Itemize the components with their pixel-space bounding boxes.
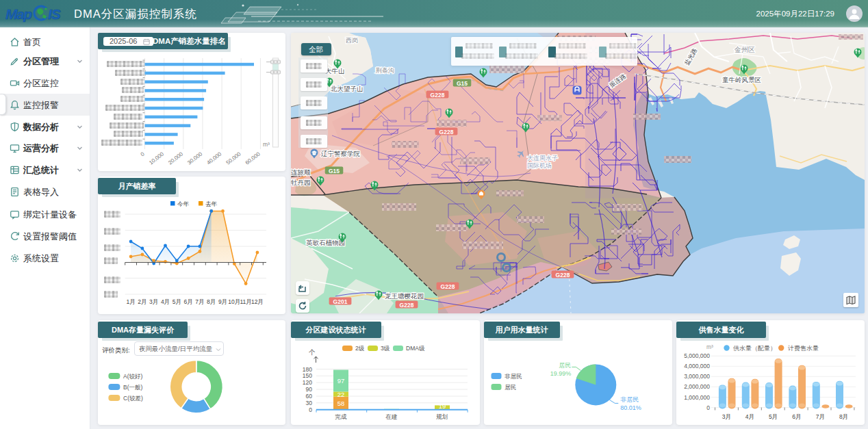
svg-text:西岗: 西岗 <box>346 37 358 44</box>
svg-text:4月: 4月 <box>745 413 754 420</box>
svg-text:4月: 4月 <box>161 298 170 305</box>
svg-text:居民: 居民 <box>559 362 571 369</box>
svg-text:m³: m³ <box>706 343 713 350</box>
svg-text:去年: 去年 <box>205 200 218 207</box>
svg-text:40,000: 40,000 <box>206 151 223 166</box>
svg-text:60,000: 60,000 <box>244 151 261 166</box>
svg-text:牡丹园: 牡丹园 <box>291 179 311 186</box>
svg-text:7月: 7月 <box>816 413 825 420</box>
svg-text:0: 0 <box>706 404 710 411</box>
svg-text:非居民: 非居民 <box>620 396 639 403</box>
svg-text:3,000,000: 3,000,000 <box>684 373 710 380</box>
svg-text:G228: G228 <box>440 283 455 290</box>
svg-text:DMA级: DMA级 <box>406 345 425 352</box>
svg-text:5月: 5月 <box>173 298 181 305</box>
svg-text:6月: 6月 <box>183 298 192 305</box>
svg-text:计费售水量: 计费售水量 <box>787 345 819 352</box>
svg-text:4,000,000: 4,000,000 <box>684 363 710 369</box>
svg-text:G228: G228 <box>430 92 444 99</box>
svg-text:3月: 3月 <box>149 298 158 305</box>
svg-text:0: 0 <box>309 406 312 413</box>
svg-text:童牛岭风景区: 童牛岭风景区 <box>722 76 761 83</box>
svg-text:1,000,000: 1,000,000 <box>684 394 710 401</box>
svg-text:50,000: 50,000 <box>225 151 242 166</box>
svg-text:1月: 1月 <box>126 298 135 305</box>
svg-text:G15: G15 <box>456 80 467 87</box>
svg-text:龙王塘樱花园: 龙王塘樱花园 <box>385 292 424 300</box>
svg-text:8月: 8月 <box>207 298 216 305</box>
svg-text:20,000: 20,000 <box>167 151 184 166</box>
svg-text:规划: 规划 <box>435 413 447 420</box>
svg-text:在建: 在建 <box>385 413 398 420</box>
svg-text:19: 19 <box>438 402 446 410</box>
svg-text:B(一般): B(一般) <box>123 384 143 391</box>
svg-text:供水量（配量）: 供水量（配量） <box>733 345 776 352</box>
svg-text:22: 22 <box>337 391 344 398</box>
svg-text:58: 58 <box>337 400 344 407</box>
svg-text:5,000,000: 5,000,000 <box>684 352 710 359</box>
svg-text:大牛山: 大牛山 <box>325 67 345 75</box>
svg-text:A(较好): A(较好) <box>123 373 143 380</box>
svg-text:3月: 3月 <box>722 413 731 420</box>
svg-text:7月: 7月 <box>195 298 204 305</box>
svg-text:2级: 2级 <box>355 345 365 352</box>
svg-text:30,000: 30,000 <box>186 151 203 166</box>
svg-text:10,000: 10,000 <box>148 151 165 166</box>
svg-text:180: 180 <box>302 366 311 373</box>
svg-text:辽宁警察学院: 辽宁警察学院 <box>320 150 361 157</box>
svg-text:荆条沟: 荆条沟 <box>376 67 394 74</box>
svg-text:150: 150 <box>302 372 311 379</box>
svg-text:60: 60 <box>305 393 312 400</box>
svg-text:8月: 8月 <box>839 413 848 420</box>
svg-text:2月: 2月 <box>138 298 146 305</box>
svg-text:今年: 今年 <box>177 200 190 207</box>
svg-text:Map: Map <box>5 6 32 22</box>
svg-text:97: 97 <box>337 377 344 385</box>
svg-text:IS: IS <box>48 6 61 22</box>
svg-text:G201: G201 <box>333 298 347 305</box>
svg-text:金州区: 金州区 <box>734 46 755 53</box>
svg-text:5月: 5月 <box>769 413 778 420</box>
svg-text:0: 0 <box>140 151 146 157</box>
svg-text:个: 个 <box>309 348 316 356</box>
svg-text:120: 120 <box>302 379 311 386</box>
svg-text:9月: 9月 <box>218 298 227 305</box>
svg-text:12月: 12月 <box>251 298 264 305</box>
svg-text:C(较差): C(较差) <box>123 395 143 402</box>
svg-text:连旅顺: 连旅顺 <box>291 168 311 176</box>
svg-text:10月: 10月 <box>228 298 240 305</box>
svg-text:90: 90 <box>305 386 312 393</box>
svg-text:G228: G228 <box>439 129 453 135</box>
svg-text:G15: G15 <box>328 168 339 174</box>
svg-text:居民: 居民 <box>505 384 516 391</box>
svg-text:完成: 完成 <box>335 413 347 420</box>
svg-text:11月: 11月 <box>240 298 251 305</box>
svg-text:2,000,000: 2,000,000 <box>684 383 710 390</box>
svg-text:G228: G228 <box>399 302 413 309</box>
svg-text:80.01%: 80.01% <box>620 404 641 411</box>
svg-text:19.99%: 19.99% <box>550 370 571 377</box>
svg-text:非居民: 非居民 <box>505 373 522 380</box>
svg-text:m³: m³ <box>263 141 270 148</box>
svg-text:3级: 3级 <box>381 345 390 352</box>
svg-text:北大望子山: 北大望子山 <box>331 85 363 92</box>
svg-text:30: 30 <box>305 400 312 406</box>
svg-text:G228: G228 <box>555 272 570 278</box>
svg-text:英歌石植物园: 英歌石植物园 <box>306 239 345 246</box>
svg-text:6月: 6月 <box>792 413 801 420</box>
